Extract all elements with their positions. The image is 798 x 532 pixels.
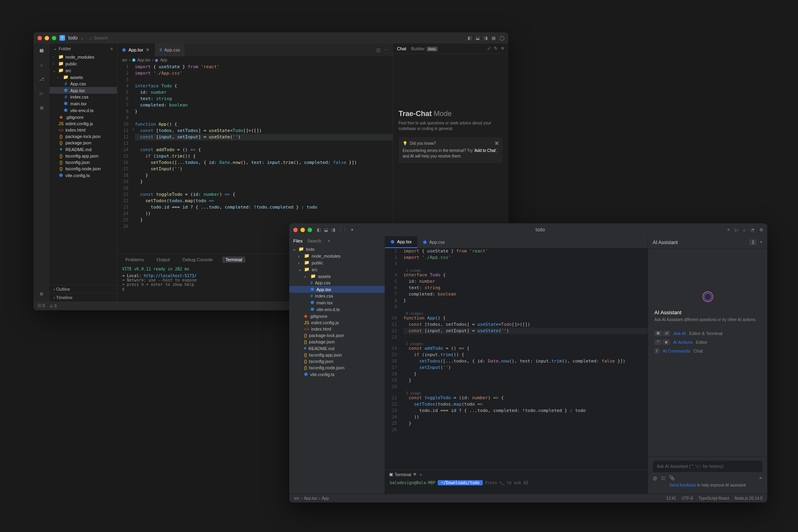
- attach-icon[interactable]: 📎: [669, 475, 675, 481]
- tree-item-index-html[interactable]: <>index.html: [49, 127, 117, 133]
- tab-App-css[interactable]: ⬢App.css: [417, 236, 450, 248]
- tree-item-App-tsx[interactable]: ⬢App.tsx: [49, 87, 117, 94]
- tree-item-vite-env-d-ts[interactable]: ⬢vite-env.d.ts: [289, 306, 385, 313]
- tree-item-todo[interactable]: ⌄📁todo: [289, 246, 385, 252]
- chevron-down-icon[interactable]: ⌄: [81, 36, 84, 40]
- status-warnings[interactable]: ⚠ 0: [49, 304, 56, 308]
- panel-tab-output[interactable]: Output: [153, 256, 173, 263]
- minimize-icon[interactable]: [300, 228, 305, 232]
- ai-input[interactable]: Ask AI Assistant (⌃⌥↑ for history): [653, 461, 762, 472]
- tree-item-index-css[interactable]: #index.css: [289, 293, 385, 299]
- panel-left-icon[interactable]: ◧: [317, 227, 321, 233]
- close-icon[interactable]: ✕: [501, 46, 504, 51]
- status-node[interactable]: Node.js 20.14.0: [735, 496, 762, 500]
- tree-item-tsconfig-app-json[interactable]: {}tsconfig.app.json: [49, 153, 117, 159]
- settings-icon[interactable]: ⚙: [38, 290, 45, 298]
- tab-search[interactable]: Search: [307, 238, 321, 243]
- terminal-tab[interactable]: ▣ Terminal ✕: [389, 472, 417, 477]
- tree-item-vite-config-ts[interactable]: ⬢vite.config.ts: [289, 371, 385, 378]
- search-bar[interactable]: ⌕ Search: [89, 35, 108, 40]
- search-icon[interactable]: ⌕: [743, 227, 746, 232]
- status-errors[interactable]: ⓧ 0: [38, 303, 45, 309]
- panel-bottom-icon[interactable]: ⬓: [476, 35, 480, 41]
- tree-item-vite-config-ts[interactable]: ⬢vite.config.ts: [49, 172, 117, 179]
- status-encoding[interactable]: UTF-8: [681, 496, 693, 500]
- more-icon[interactable]: ⋯: [384, 47, 389, 53]
- at-icon[interactable]: @: [653, 476, 657, 481]
- panel-tab-terminal[interactable]: Terminal: [222, 256, 245, 263]
- panel-tab-problems[interactable]: Problems: [122, 256, 147, 263]
- terminal-content[interactable]: baladesign@Bala-MBP ~/Downloads/todo Pre…: [385, 479, 648, 487]
- tree-item-tsconfig-json[interactable]: {}tsconfig.json: [49, 159, 117, 166]
- ai-action[interactable]: ⌘⏎Ask AI Editor & Terminal: [654, 329, 761, 338]
- panel-tab-debug-console[interactable]: Debug Console: [180, 256, 216, 263]
- tree-item-node_modules[interactable]: ›📁node_modules: [289, 252, 385, 259]
- tab-builder[interactable]: BuilderBeta: [411, 46, 438, 51]
- tree-item-index-css[interactable]: #index.css: [49, 94, 117, 100]
- settings-icon[interactable]: ⚙: [759, 227, 763, 233]
- tree-item-tsconfig-json[interactable]: {}tsconfig.json: [289, 358, 385, 365]
- tree-item-vite-env-d-ts[interactable]: ⬢vite-env.d.ts: [49, 107, 117, 114]
- tab-files[interactable]: Files: [293, 238, 302, 243]
- bc-1[interactable]: App.tsx: [304, 496, 317, 500]
- ai-action[interactable]: /AI Commands Chat: [654, 347, 761, 355]
- run-debug-icon[interactable]: ▷: [38, 90, 45, 97]
- send-icon[interactable]: ➤: [759, 475, 762, 481]
- tree-item-main-tsx[interactable]: ⬢main.tsx: [49, 100, 117, 107]
- source-control-icon[interactable]: ⎇: [38, 75, 45, 83]
- breadcrumb[interactable]: src› ⬢App.tsx› ◉App: [117, 56, 393, 64]
- tree-item-tsconfig-node-json[interactable]: {}tsconfig.node.json: [49, 166, 117, 172]
- maximize-icon[interactable]: [52, 36, 56, 40]
- bc-2[interactable]: App: [322, 496, 329, 500]
- tree-item--gitignore[interactable]: ◆.gitignore: [289, 313, 385, 319]
- account-icon[interactable]: ◯: [500, 35, 504, 41]
- feedback-link[interactable]: Send feedback: [670, 483, 696, 487]
- ai-icon[interactable]: ✦: [727, 227, 730, 233]
- tree-item-eslint-config-js[interactable]: JSeslint.config.js: [289, 319, 385, 326]
- tree-item-assets[interactable]: ›📁assets: [49, 74, 117, 81]
- tab-chat[interactable]: Chat: [397, 46, 406, 51]
- status-lang[interactable]: TypeScript React: [699, 496, 729, 500]
- ai-action[interactable]: ⌃⊕AI Actions Editor: [654, 338, 761, 347]
- search-icon[interactable]: ⌕: [38, 61, 45, 68]
- tree-item-assets[interactable]: ›📁assets: [289, 273, 385, 280]
- expand-icon[interactable]: ⤢: [487, 46, 491, 51]
- tree-item-main-tsx[interactable]: ⬢main.tsx: [289, 299, 385, 306]
- tree-item-node_modules[interactable]: ›📁node_modules: [49, 53, 117, 60]
- layout-icon[interactable]: ▦: [492, 35, 496, 41]
- tree-item-App-css[interactable]: #App.css: [49, 81, 117, 87]
- tree-item-public[interactable]: ›📁public: [49, 60, 117, 67]
- run-icon[interactable]: ▷: [735, 227, 738, 233]
- add-icon[interactable]: ✦: [350, 227, 354, 233]
- tree-item-package-lock-json[interactable]: {}package-lock.json: [49, 133, 117, 140]
- explorer-icon[interactable]: ▤: [38, 47, 45, 54]
- more-icon[interactable]: ≡: [111, 46, 113, 51]
- tree-item-public[interactable]: ›📁public: [289, 259, 385, 266]
- tab-App-css[interactable]: #App.css: [155, 43, 185, 56]
- bc-0[interactable]: src: [294, 496, 299, 500]
- split-editor-icon[interactable]: ◫: [376, 47, 380, 53]
- add-icon[interactable]: +: [760, 239, 762, 245]
- tree-item-index-html[interactable]: <>index.html: [289, 326, 385, 332]
- tree-item-tsconfig-app-json[interactable]: {}tsconfig.app.json: [289, 352, 385, 358]
- tree-item-package-json[interactable]: {}package.json: [289, 339, 385, 345]
- tree-item-tsconfig-node-json[interactable]: {}tsconfig.node.json: [289, 365, 385, 371]
- tree-item-App-css[interactable]: #App.css: [289, 280, 385, 286]
- tree-item-src[interactable]: ⌄📁src: [49, 67, 117, 74]
- extensions-icon[interactable]: ⊞: [38, 104, 45, 111]
- tree-item-App-tsx[interactable]: ⬢App.tsx: [289, 286, 385, 293]
- tree-item-package-lock-json[interactable]: {}package-lock.json: [289, 332, 385, 339]
- more-icon[interactable]: ⋮⋮: [338, 227, 347, 233]
- tree-item-src[interactable]: ⌄📁src: [289, 266, 385, 273]
- close-icon[interactable]: [293, 228, 298, 232]
- tab-App-tsx[interactable]: ⬢App.tsx✕: [117, 43, 155, 56]
- panel-right-icon[interactable]: ◨: [331, 227, 335, 233]
- tree-item-package-json[interactable]: {}package.json: [49, 140, 117, 146]
- tree-item--gitignore[interactable]: ◆.gitignore: [49, 114, 117, 120]
- panel-bottom-icon[interactable]: ⬓: [324, 227, 328, 233]
- code-editor[interactable]: 1234567891011121314151617181920212223242…: [385, 248, 648, 470]
- timeline-section[interactable]: › Timeline: [49, 293, 117, 301]
- tree-item-eslint-config-js[interactable]: JSeslint.config.js: [49, 120, 117, 127]
- panel-left-icon[interactable]: ◧: [468, 35, 472, 41]
- add-terminal-icon[interactable]: +: [420, 472, 422, 477]
